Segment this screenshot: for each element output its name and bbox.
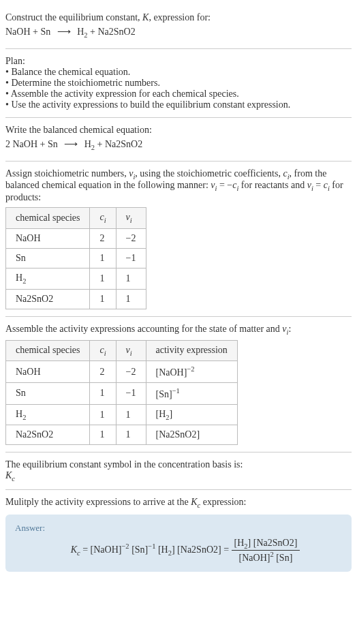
unbalanced-equation: NaOH + Sn ⟶ H2 + Na2SnO2 [5, 23, 352, 42]
act: [H [156, 409, 166, 419]
cell: −2 [116, 361, 146, 383]
cell: −2 [116, 228, 146, 248]
cell: 1 [90, 248, 116, 268]
cell: Na2SnO2 [6, 289, 90, 309]
cell: 1 [90, 289, 116, 309]
cell: [Sn]−1 [146, 383, 237, 405]
den-a: [NaOH] [239, 553, 270, 563]
eq-h2: H [77, 27, 84, 37]
st-b: , using the stoichiometric coefficients, [135, 168, 283, 179]
cell: 1 [116, 289, 146, 309]
balanced-section: Write the balanced chemical equation: 2 … [5, 118, 352, 162]
cell: [H2] [146, 404, 237, 425]
cell: 1 [90, 383, 116, 405]
activity-table: chemical species ci νi activity expressi… [5, 340, 238, 446]
plan-item: Use the activity expressions to build th… [5, 99, 352, 110]
table-row: Na2SnO211[Na2SnO2] [6, 425, 238, 445]
a-p1sup: −2 [121, 542, 129, 550]
cell: [Na2SnO2] [146, 425, 237, 445]
cell: 1 [90, 404, 116, 425]
eq-rhs-rest: + Na2SnO2 [88, 27, 136, 37]
as-colon: : [288, 324, 291, 334]
act-sup: −2 [187, 365, 194, 373]
cell: H2 [6, 268, 90, 289]
cell: 2 [90, 361, 116, 383]
activity-header: Assemble the activity expressions accoun… [5, 324, 352, 336]
balanced-header: Write the balanced chemical equation: [5, 125, 352, 136]
answer-label: Answer: [15, 523, 342, 534]
cell: H2 [6, 404, 90, 425]
basis-text: The equilibrium constant symbol in the c… [5, 459, 352, 470]
sp: H [16, 409, 22, 419]
title-text-a: Construct the equilibrium constant, [5, 12, 142, 22]
plan-item: Assemble the activity expression for eac… [5, 89, 352, 99]
beq-lhs: 2 NaOH + Sn [5, 139, 58, 149]
plan-list: Balance the chemical equation. Determine… [5, 67, 352, 110]
cell: 2 [90, 228, 116, 248]
sp-sub: 2 [22, 277, 26, 285]
mt-b: expression: [200, 497, 246, 507]
mt-a: Mulitply the activity expressions to arr… [5, 497, 191, 507]
beq-rhs-rest: + Na2SnO2 [95, 139, 142, 149]
cell: Sn [6, 248, 90, 268]
multiply-section: Mulitply the activity expressions to arr… [5, 490, 352, 571]
kc-sub: c [12, 475, 15, 482]
act-close: ] [170, 409, 173, 419]
answer-equation: Kc = [NaOH]−2 [Sn]−1 [H2] [Na2SnO2] = [H… [15, 538, 342, 563]
plan-header: Plan: [5, 56, 352, 67]
basis-kc: Kc [5, 470, 352, 482]
sp: H [16, 273, 22, 283]
table-row: NaOH2−2[NaOH]−2 [6, 361, 238, 383]
th-species: chemical species [6, 208, 90, 229]
st-d: for reactants and [238, 180, 307, 190]
plan-item: Balance the chemical equation. [5, 67, 352, 78]
title-text-b: , expression for: [149, 12, 211, 22]
th-species: chemical species [6, 340, 90, 361]
as-a: Assemble the activity expressions accoun… [5, 324, 282, 334]
table-row: Sn1−1[Sn]−1 [6, 383, 238, 405]
a-p3: [H [155, 545, 168, 555]
cell: 1 [116, 268, 146, 289]
denominator: [NaOH]2 [Sn] [232, 551, 300, 564]
a-eq: = [NaOH] [80, 545, 122, 555]
table-row: H211 [6, 268, 146, 289]
cell: NaOH [6, 361, 90, 383]
eq-lhs: NaOH + Sn [5, 27, 50, 37]
st-a: Assign stoichiometric numbers, [5, 168, 129, 179]
balanced-equation: 2 NaOH + Sn ⟶ H2 + Na2SnO2 [5, 136, 352, 154]
mt-kc: K [191, 497, 197, 507]
question-header: Construct the equilibrium constant, K, e… [5, 5, 352, 49]
table-row: NaOH2−2 [6, 228, 146, 248]
r2b: = [313, 180, 324, 190]
plan-section: Plan: Balance the chemical equation. Det… [5, 49, 352, 118]
cell: 1 [90, 268, 116, 289]
stoich-text: Assign stoichiometric numbers, νi, using… [5, 168, 352, 204]
act: [Sn] [156, 389, 172, 399]
table-row: Na2SnO211 [6, 289, 146, 309]
multiply-text: Mulitply the activity expressions to arr… [5, 497, 352, 509]
cell: Sn [6, 383, 90, 405]
cell: NaOH [6, 228, 90, 248]
arrow-icon: ⟶ [53, 27, 75, 37]
th-vi: νi [116, 208, 146, 229]
th-c-sub: i [104, 217, 106, 224]
title: Construct the equilibrium constant, K, e… [5, 12, 352, 23]
fraction: [H2] [Na2SnO2][NaOH]2 [Sn] [232, 538, 300, 563]
r1b: = − [217, 180, 232, 190]
sp-sub: 2 [22, 413, 26, 420]
basis-section: The equilibrium constant symbol in the c… [5, 453, 352, 490]
cell: [NaOH]−2 [146, 361, 237, 383]
cell: −1 [116, 383, 146, 405]
th-activity: activity expression [146, 340, 237, 361]
numerator: [H2] [Na2SnO2] [232, 538, 300, 551]
activity-section: Assemble the activity expressions accoun… [5, 317, 352, 453]
table-row: Sn1−1 [6, 248, 146, 268]
stoich-section: Assign stoichiometric numbers, νi, using… [5, 162, 352, 317]
act: [NaOH] [156, 367, 187, 378]
stoich-table: chemical species ci νi NaOH2−2 Sn1−1 H21… [5, 207, 146, 309]
cell: 1 [116, 404, 146, 425]
a-p2sup: −1 [148, 542, 155, 550]
th-ci: ci [90, 208, 116, 229]
title-K: K [142, 12, 149, 22]
table-header-row: chemical species ci νi activity expressi… [6, 340, 238, 361]
